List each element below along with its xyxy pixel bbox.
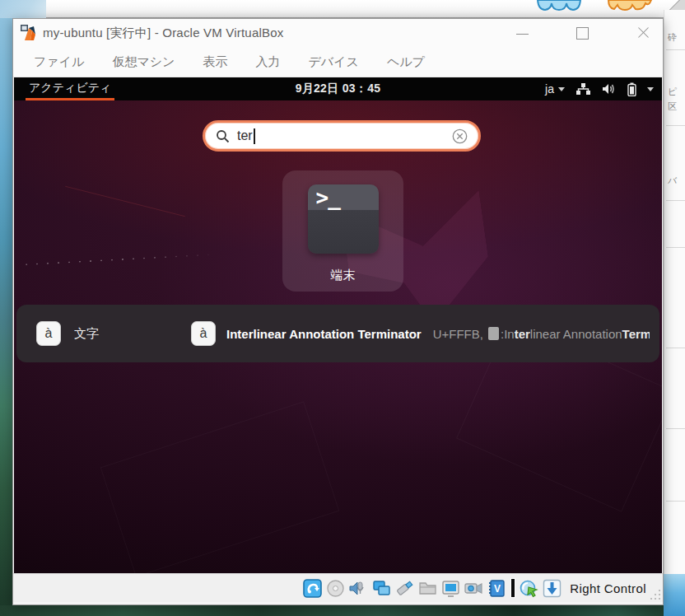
audio-icon[interactable] <box>348 578 369 599</box>
network-adapters-icon[interactable] <box>371 578 392 599</box>
missing-glyph-box <box>488 327 499 340</box>
terminal-prompt-glyph: >_ <box>316 185 340 210</box>
host-text-fragment: 砕 <box>668 31 677 44</box>
chevron-down-icon <box>647 87 654 91</box>
host-desktop-bottom-strip <box>0 605 685 616</box>
search-value: ter <box>237 128 253 143</box>
host-text-fragment: バ <box>668 175 677 187</box>
result-description: U+FFFB,: Interlinear Annotation Term… <box>433 327 650 341</box>
host-desktop-left-strip <box>0 18 12 605</box>
hdd-icon[interactable] <box>302 578 323 599</box>
usb-icon[interactable] <box>394 578 415 599</box>
svg-text:V: V <box>494 583 501 595</box>
characters-app-icon: à <box>36 321 61 346</box>
battery-icon <box>627 82 636 96</box>
host-desktop-corner <box>0 0 46 19</box>
shared-folders-icon[interactable] <box>417 578 438 599</box>
provider-label: 文字 <box>74 326 99 342</box>
window-title: my-ubuntu [実行中] - Oracle VM VirtualBox <box>43 26 283 41</box>
minimize-button[interactable] <box>515 25 531 41</box>
system-tray[interactable]: ja <box>545 82 654 96</box>
virtualbox-logo-icon <box>21 25 37 41</box>
menubar: ファイル 仮想マシン 表示 入力 デバイス ヘルプ <box>13 47 663 77</box>
screenshot-root: 砕 ピ 区 バ my-ubuntu [実行中] - Oracle VM Virt… <box>0 0 685 616</box>
keyboard-layout-indicator[interactable]: ja <box>545 82 565 96</box>
host-text-fragment: ピ <box>668 86 677 98</box>
host-text-fragment: 区 <box>668 100 677 113</box>
menu-input[interactable]: 入力 <box>241 54 294 70</box>
character-glyph-icon: à <box>191 321 216 346</box>
menu-devices[interactable]: デバイス <box>294 54 372 70</box>
host-background-window-right: 砕 ピ 区 バ <box>664 10 685 575</box>
app-label: 端末 <box>282 268 403 283</box>
search-icon <box>216 129 230 143</box>
search-input[interactable]: ter <box>203 120 481 152</box>
chevron-down-icon <box>558 87 565 91</box>
wallpaper-accent-line <box>65 186 185 217</box>
vbox-statusbar: V Right Control <box>13 573 663 602</box>
search-results-panel: à 文字 à Interlinear Annotation Terminator… <box>16 305 659 362</box>
gnome-top-bar: アクティビティ 9月22日 03：45 ja <box>14 77 662 100</box>
terminal-icon: >_ <box>308 184 379 254</box>
wallpaper-dotted-line <box>26 254 219 265</box>
features-chip-icon[interactable]: V <box>487 578 507 599</box>
keyboard-capture-icon[interactable] <box>542 578 562 599</box>
virtualbox-window: my-ubuntu [実行中] - Oracle VM VirtualBox フ… <box>12 18 664 605</box>
activities-button[interactable]: アクティビティ <box>26 77 114 100</box>
menu-help[interactable]: ヘルプ <box>373 54 439 70</box>
window-titlebar[interactable]: my-ubuntu [実行中] - Oracle VM VirtualBox <box>13 19 663 47</box>
mouse-integration-icon[interactable] <box>519 578 539 599</box>
clear-icon <box>452 128 468 144</box>
menu-file[interactable]: ファイル <box>20 54 98 70</box>
keyboard-indicator-bar <box>510 578 515 598</box>
clear-search-button[interactable] <box>452 128 468 144</box>
host-orange-badge-icon <box>608 0 652 13</box>
host-taskbar-corner <box>664 574 685 616</box>
network-hub-icon <box>575 82 591 96</box>
close-button[interactable] <box>636 25 652 41</box>
character-result-item[interactable]: à Interlinear Annotation Terminator U+FF… <box>191 321 650 346</box>
wallpaper-polygon <box>100 401 340 573</box>
volume-icon <box>602 82 617 96</box>
maximize-button[interactable] <box>574 25 590 41</box>
host-blue-badge-icon <box>537 0 581 13</box>
guest-screen: アクティビティ 9月22日 03：45 ja <box>14 77 662 573</box>
characters-app-provider[interactable]: à 文字 <box>36 321 99 346</box>
display-icon[interactable] <box>440 578 461 599</box>
optical-disc-icon[interactable] <box>325 578 346 599</box>
result-title: Interlinear Annotation Terminator <box>226 327 422 341</box>
search-result-app-terminal[interactable]: >_ 端末 <box>282 170 403 292</box>
clock-button[interactable]: 9月22日 03：45 <box>296 82 381 96</box>
resize-grip[interactable] <box>650 590 660 600</box>
text-caret <box>254 128 255 144</box>
host-key-label: Right Control <box>570 581 646 595</box>
menu-machine[interactable]: 仮想マシン <box>98 54 189 70</box>
video-capture-icon[interactable] <box>464 578 484 599</box>
menu-view[interactable]: 表示 <box>189 54 241 70</box>
host-background-window-top <box>0 0 685 18</box>
